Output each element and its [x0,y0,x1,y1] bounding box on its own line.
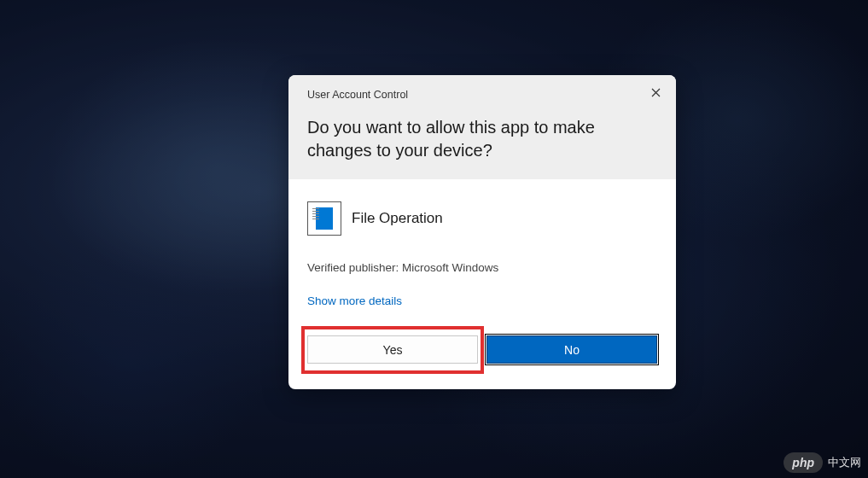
publisher-info: Verified publisher: Microsoft Windows [307,261,657,274]
dialog-header: User Account Control Do you want to allo… [288,75,676,179]
watermark-badge: php [784,452,823,473]
dialog-footer: Yes No [288,324,676,389]
close-icon [651,86,661,100]
dialog-body: File Operation Verified publisher: Micro… [288,179,676,324]
show-more-details-link[interactable]: Show more details [307,294,402,307]
watermark-text: 中文网 [828,455,861,470]
yes-button[interactable]: Yes [307,335,478,364]
no-button-wrap: No [486,335,657,364]
close-button[interactable] [647,85,664,102]
watermark: php 中文网 [784,452,861,473]
app-name: File Operation [352,210,443,227]
app-info-row: File Operation [307,201,657,236]
yes-button-highlight-wrap: Yes [307,335,478,364]
app-icon [307,201,341,236]
uac-dialog: User Account Control Do you want to allo… [288,75,676,389]
no-button[interactable]: No [486,335,657,364]
dialog-heading: Do you want to allow this app to make ch… [307,116,657,162]
dialog-title: User Account Control [307,89,657,101]
